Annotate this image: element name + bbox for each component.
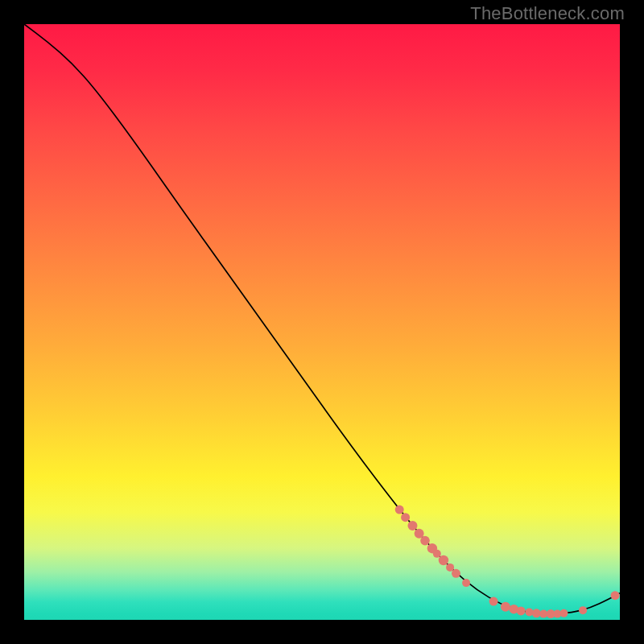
data-marker bbox=[433, 550, 441, 558]
data-marker bbox=[532, 609, 541, 617]
data-marker bbox=[489, 597, 498, 606]
data-marker bbox=[452, 569, 460, 578]
plot-area bbox=[24, 24, 620, 620]
data-marker bbox=[611, 591, 620, 600]
data-marker bbox=[401, 513, 410, 522]
bottleneck-curve bbox=[24, 24, 620, 613]
watermark-text: TheBottleneck.com bbox=[470, 3, 625, 24]
data-marker bbox=[517, 606, 526, 615]
data-marker bbox=[526, 608, 534, 616]
data-marker bbox=[446, 564, 454, 572]
marker-layer bbox=[395, 506, 620, 619]
data-marker bbox=[420, 536, 430, 546]
data-marker bbox=[395, 506, 404, 514]
data-marker bbox=[439, 555, 448, 565]
data-marker bbox=[501, 602, 510, 612]
data-marker bbox=[579, 606, 587, 614]
data-marker bbox=[559, 609, 568, 617]
chart-overlay bbox=[24, 24, 620, 620]
chart-frame: TheBottleneck.com bbox=[0, 0, 644, 644]
data-marker bbox=[462, 579, 470, 587]
data-marker bbox=[407, 521, 417, 530]
